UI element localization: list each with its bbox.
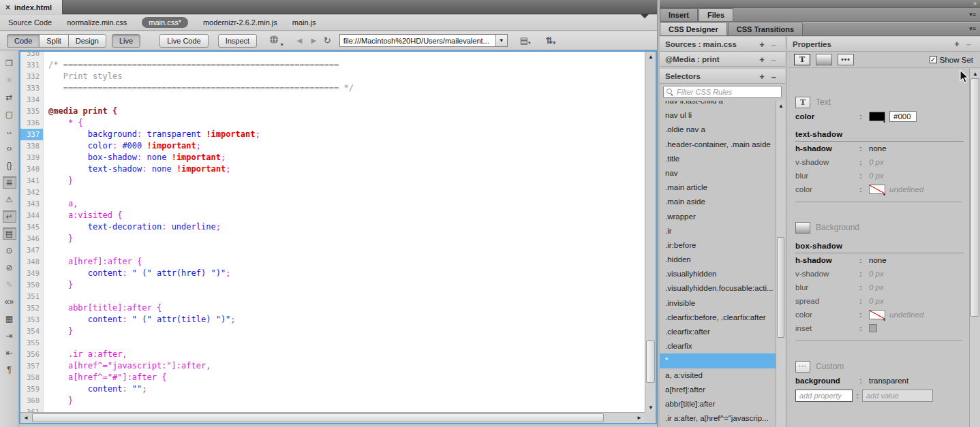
remove-comment-icon[interactable]: ⊘ — [3, 262, 16, 274]
code-text[interactable] — [44, 291, 48, 302]
address-dropdown-icon[interactable]: ▼ — [495, 35, 507, 46]
live-code-button[interactable]: Live Code — [159, 34, 209, 48]
vertical-scroll-thumb[interactable] — [646, 341, 655, 383]
highlight-invalid-code-icon[interactable]: ⚠ — [3, 193, 16, 206]
code-text[interactable]: a[href^="#"]:after { — [44, 372, 166, 383]
horizontal-scrollbar[interactable]: ◄ ► — [20, 412, 645, 423]
code-text[interactable]: a, — [44, 198, 78, 210]
property-value[interactable]: 0 px — [869, 283, 884, 291]
horizontal-scroll-thumb[interactable] — [32, 413, 604, 422]
apply-comment-icon[interactable]: ⊙ — [3, 244, 16, 257]
remove-media-button[interactable]: – — [768, 54, 780, 65]
scroll-down-icon[interactable]: ▼ — [645, 402, 656, 412]
selector-item[interactable]: .visuallyhidden.focusable:acti... — [660, 281, 776, 296]
property-value[interactable]: 0 px — [869, 172, 884, 180]
scroll-up-icon[interactable]: ▲ — [645, 52, 656, 61]
code-text[interactable]: } — [44, 233, 73, 244]
code-text[interactable]: a[href^="javascript:"]:after, — [44, 360, 211, 372]
preview-in-browser-globe-icon[interactable]: ▼ — [266, 35, 287, 47]
selector-item[interactable]: .clearfix:after — [660, 325, 776, 339]
move-convert-css-icon[interactable]: ▦ — [3, 313, 16, 325]
show-set-toggle[interactable]: ✓ Show Set — [930, 56, 973, 64]
close-icon[interactable]: × — [5, 3, 10, 12]
property-value[interactable]: undefined — [889, 311, 924, 319]
remove-selector-button[interactable]: – — [768, 72, 780, 82]
view-options-icon[interactable]: ▤▾ — [517, 35, 534, 46]
selector-item[interactable]: .visuallyhidden — [660, 267, 776, 281]
related-file-normalize[interactable]: normalize.min.css — [67, 18, 127, 27]
code-text[interactable]: content: " (" attr(href) ")"; — [44, 268, 230, 279]
scroll-right-icon[interactable]: ► — [634, 413, 645, 422]
code-text[interactable]: color: #000 !important; — [44, 140, 201, 152]
refresh-icon[interactable]: ↻ — [321, 35, 334, 46]
code-text[interactable]: content: " (" attr(title) ")"; — [44, 314, 236, 326]
live-view-button[interactable]: Live — [112, 34, 140, 48]
property-value[interactable]: none — [869, 256, 887, 264]
selector-item[interactable]: a[href]:after — [660, 383, 776, 397]
panel-menu-icon[interactable]: ▾≡ — [969, 25, 976, 32]
code-text[interactable] — [44, 50, 48, 59]
scroll-left-icon[interactable]: ◄ — [20, 413, 31, 422]
code-text[interactable]: } — [44, 175, 73, 187]
text-category-icon[interactable]: T — [794, 54, 810, 65]
add-property-input[interactable]: add property — [795, 390, 853, 402]
forward-icon[interactable]: ► — [307, 35, 321, 46]
split-view-button[interactable]: Split — [39, 34, 67, 48]
expand-all-icon[interactable]: ↔ — [3, 125, 16, 138]
selector-item[interactable]: .ir — [660, 224, 776, 238]
balance-braces-icon[interactable]: {} — [3, 159, 16, 172]
code-view[interactable]: 330331/* ===============================… — [19, 50, 657, 424]
code-text[interactable]: } — [44, 326, 73, 337]
code-text[interactable]: } — [44, 395, 73, 407]
property-value[interactable]: 0 px — [869, 270, 884, 278]
code-text[interactable]: /* =====================================… — [44, 59, 339, 71]
word-wrap-icon[interactable]: ↵ — [3, 210, 16, 223]
document-tab[interactable]: × index.html — [0, 0, 63, 14]
selector-item[interactable]: .wrapper — [660, 210, 776, 224]
remove-property-button[interactable]: – — [963, 39, 975, 49]
selector-item[interactable]: .oldie nav a — [660, 123, 776, 137]
selectors-scroll-thumb[interactable] — [777, 237, 784, 338]
syntax-error-alerts-icon[interactable]: ▤ — [3, 227, 16, 240]
property-value[interactable]: transparent — [869, 377, 908, 385]
selector-item[interactable]: .ir:before — [660, 238, 776, 253]
undefined-color-swatch[interactable]: ▾ — [869, 185, 885, 194]
property-value[interactable]: none — [869, 144, 887, 153]
open-documents-icon[interactable]: ❐ — [3, 57, 16, 69]
remove-source-button[interactable]: – — [768, 39, 780, 50]
add-property-button[interactable]: + — [951, 39, 963, 49]
related-file-modernizr[interactable]: modernizr-2.6.2.min.js — [203, 18, 277, 27]
design-view-button[interactable]: Design — [68, 34, 106, 48]
related-file-main-css[interactable]: main.css* — [142, 17, 188, 28]
background-category-icon[interactable] — [816, 54, 832, 65]
code-text[interactable]: text-shadow: none !important; — [44, 163, 230, 175]
selector-item[interactable]: .ir a:after, a[href^="javascrip... — [660, 411, 776, 426]
code-text[interactable]: .ir a:after, — [44, 349, 127, 360]
address-url[interactable]: file:///Macintosh%20HD/Users/mailevalent… — [340, 37, 495, 45]
file-management-icon[interactable]: ⇅▾ — [543, 35, 558, 46]
color-value-field[interactable]: #000 — [889, 111, 917, 122]
property-value[interactable]: 0 px — [869, 297, 884, 305]
tab-files[interactable]: Files — [699, 8, 733, 21]
collapse-full-tag-icon[interactable]: ⇄ — [3, 91, 16, 104]
code-text[interactable]: Print styles — [44, 71, 122, 82]
tab-css-transitions[interactable]: CSS Transitions — [728, 22, 803, 35]
inspect-button[interactable]: Inspect — [218, 34, 257, 48]
related-file-source-code[interactable]: Source Code — [8, 18, 52, 27]
selector-item[interactable]: .main article — [660, 180, 776, 195]
selector-item[interactable]: nav li:last-child a — [660, 101, 776, 108]
custom-category-icon[interactable]: ••• — [838, 54, 854, 65]
code-text[interactable]: } — [44, 279, 73, 291]
outdent-code-icon[interactable]: ⇤ — [3, 347, 16, 359]
recent-snippets-icon[interactable]: «» — [3, 296, 16, 308]
inset-checkbox[interactable] — [869, 324, 877, 332]
code-view-button[interactable]: Code — [7, 34, 39, 48]
panel-menu-icon[interactable]: ▾≡ — [969, 11, 976, 18]
text-icon[interactable]: T — [795, 97, 810, 108]
selector-item[interactable]: .title — [660, 152, 776, 166]
tab-css-designer[interactable]: CSS Designer — [660, 22, 727, 35]
collapse-to-icons-icon[interactable]: » — [973, 0, 976, 7]
code-text[interactable] — [44, 244, 48, 256]
property-value[interactable]: undefined — [889, 185, 924, 193]
line-numbers-icon[interactable]: ≣ — [3, 176, 16, 189]
